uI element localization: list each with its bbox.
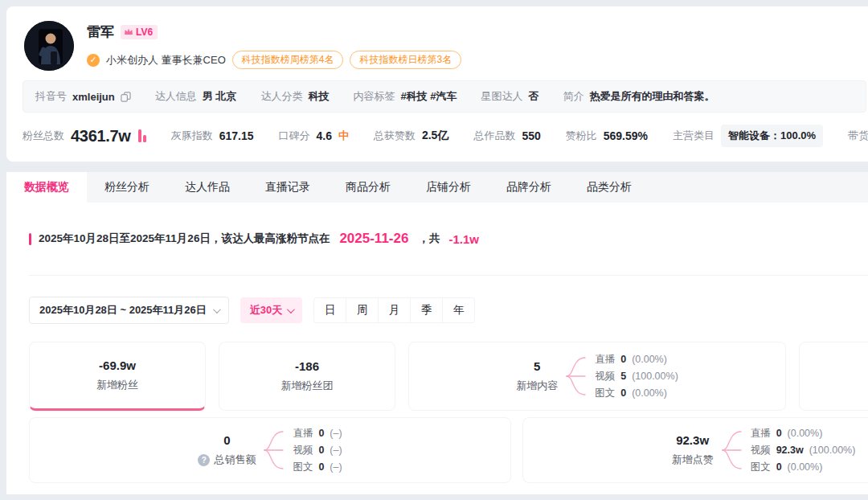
breakdown-live: 直播 0 (0.00%): [751, 427, 856, 441]
stat-total-likes: 总获赞数 2.5亿: [374, 129, 448, 143]
info-label: 内容标签: [353, 89, 395, 104]
help-icon[interactable]: ?: [198, 454, 210, 466]
unit-week[interactable]: 周: [346, 297, 379, 323]
tab-category-analysis[interactable]: 品类分析: [569, 172, 649, 203]
notice-text: 2025年10月28日至2025年11月26日，该达人最高涨粉节点在: [39, 232, 330, 246]
info-label: 达人分类: [260, 89, 302, 104]
breakdown-connector: [722, 424, 743, 476]
breakdown-connector: [566, 350, 587, 402]
stat-label: 口碑分: [278, 129, 309, 143]
stat-label: 总作品数: [473, 129, 515, 143]
metric-card-new-content[interactable]: 5 新增内容 直播 0 (0.00%) 视频 5: [408, 342, 786, 411]
breakdown-percent: (100.00%): [809, 445, 856, 456]
metric-card-cutoff[interactable]: [799, 342, 868, 411]
metric-label: 新增粉丝: [96, 378, 138, 392]
stat-reputation-score: 口碑分 4.6 中: [278, 129, 348, 143]
breakdown-label: 图文: [751, 461, 771, 474]
unit-day[interactable]: 日: [313, 297, 346, 323]
stat-value: 550: [522, 129, 540, 142]
metric-card-new-likes[interactable]: 92.3w 新增点赞 直播 0 (0.00%) 视频 92.3w: [522, 417, 868, 483]
rank-badge-weekly[interactable]: 科技指数榜周榜第4名: [232, 51, 344, 69]
breakdown-video: 视频 92.3w (100.00%): [751, 444, 856, 457]
info-item-content-tags: 内容标签 #科技 #汽车: [353, 89, 457, 104]
info-value: 科技: [308, 89, 329, 104]
breakdown-percent: (0.00%): [788, 428, 823, 439]
profile-name: 雷军: [87, 23, 114, 41]
tab-fan-analysis[interactable]: 粉丝分析: [87, 172, 167, 203]
fork-lines-icon: [566, 350, 587, 402]
avatar-image: [24, 21, 74, 71]
date-range-picker[interactable]: 2025年10月28日 ~ 2025年11月26日: [29, 297, 229, 324]
profile-description: 小米创办人 董事长兼CEO: [106, 53, 226, 68]
unit-year[interactable]: 年: [442, 297, 475, 323]
metric-cards-bottom-row: 0 ? 总销售额 直播 0 (–): [29, 417, 868, 483]
stats-row: 粉丝总数 4361.7w 灰豚指数 617.15 口碑分 4.6 中 总获赞数 …: [6, 113, 868, 162]
metric-cards-top-row: -69.9w 新增粉丝 -186 新增粉丝团 5 新增内容: [29, 342, 868, 411]
date-filter-row: 2025年10月28日 ~ 2025年11月26日 近30天 日 周 月 季 年: [29, 297, 868, 324]
avatar: [24, 21, 74, 71]
stat-value: 2.5亿: [422, 129, 448, 143]
tab-live-records[interactable]: 直播记录: [248, 172, 328, 203]
breakdown-label: 视频: [751, 444, 771, 457]
stat-huitun-index: 灰豚指数 617.15: [171, 129, 254, 143]
info-label: 抖音号: [35, 89, 67, 104]
date-range-value: 2025年10月28日 ~ 2025年11月26日: [39, 303, 207, 318]
info-value: 否: [528, 89, 538, 104]
breakdown-live: 直播 0 (0.00%): [595, 353, 678, 367]
breakdown-live: 直播 0 (–): [293, 427, 342, 441]
info-item-talent-info: 达人信息 男 北京: [155, 89, 237, 104]
unit-quarter[interactable]: 季: [410, 297, 443, 323]
time-unit-group: 日 周 月 季 年: [313, 297, 475, 323]
breakdown-value: 0: [620, 354, 626, 365]
breakdown-video: 视频 5 (100.00%): [595, 370, 678, 383]
tab-shop-analysis[interactable]: 店铺分析: [408, 172, 489, 203]
copy-icon[interactable]: [121, 92, 131, 102]
breakdown-percent: (0.00%): [632, 387, 667, 399]
info-value: 热爱是所有的理由和答案。: [589, 89, 714, 104]
stat-value: 617.15: [219, 129, 254, 142]
analytics-card: 数据概览 粉丝分析 达人作品 直播记录 商品分析 店铺分析 品牌分析 品类分析 …: [6, 172, 868, 494]
breakdown-rows: 直播 0 (0.00%) 视频 5 (100.00%) 图文 0 (0.00%): [595, 353, 678, 400]
breakdown-rows: 直播 0 (0.00%) 视频 92.3w (100.00%) 图文 0 (0.…: [751, 427, 856, 474]
stat-label: 粉丝总数: [23, 129, 64, 143]
info-label: 星图达人: [481, 89, 522, 104]
breakdown-image-text: 图文 0 (0.00%): [595, 387, 678, 400]
breakdown-label: 直播: [751, 427, 771, 441]
info-item-douyin-id: 抖音号 xmleijun: [35, 89, 131, 104]
breakdown-label: 视频: [293, 444, 313, 457]
unit-month[interactable]: 月: [378, 297, 411, 323]
section-divider: [29, 275, 868, 276]
tab-bar: 数据概览 粉丝分析 达人作品 直播记录 商品分析 店铺分析 品牌分析 品类分析: [6, 172, 868, 203]
breakdown-rows: 直播 0 (–) 视频 0 (–) 图文 0 (–): [293, 427, 342, 474]
category-pill[interactable]: 智能设备：100.0%: [721, 125, 823, 147]
breakdown-image-text: 图文 0 (–): [293, 461, 342, 474]
quick-range-last30days[interactable]: 近30天: [240, 297, 302, 323]
notice-mid-text: ，共: [418, 232, 440, 246]
metric-card-new-fan-club[interactable]: -186 新增粉丝团: [219, 342, 395, 411]
stat-main-category: 主营类目 智能设备：100.0%: [673, 125, 823, 147]
peak-fans-notice: 2025年10月28日至2025年11月26日，该达人最高涨粉节点在 2025-…: [29, 231, 868, 247]
stat-total-fans: 粉丝总数 4361.7w: [23, 127, 146, 145]
breakdown-percent: (–): [330, 461, 342, 473]
breakdown-percent: (–): [330, 428, 342, 439]
breakdown-percent: (0.00%): [632, 354, 667, 365]
breakdown-value: 0: [318, 461, 324, 473]
metric-card-total-sales[interactable]: 0 ? 总销售额 直播 0 (–): [29, 417, 511, 483]
metric-value: 0: [198, 433, 256, 447]
info-item-xingtu: 星图达人 否: [481, 89, 538, 104]
fork-lines-icon: [722, 424, 743, 476]
tab-brand-analysis[interactable]: 品牌分析: [489, 172, 569, 203]
stat-value: 4.6: [316, 129, 331, 142]
metric-card-new-fans[interactable]: -69.9w 新增粉丝: [29, 342, 206, 411]
tab-product-analysis[interactable]: 商品分析: [328, 172, 408, 203]
breakdown-image-text: 图文 0 (0.00%): [751, 461, 856, 474]
fans-trend-chart-icon[interactable]: [138, 129, 146, 142]
tab-talent-works[interactable]: 达人作品: [167, 172, 248, 203]
notice-accent-bar: [29, 233, 31, 245]
fork-lines-icon: [264, 424, 285, 476]
tab-data-overview[interactable]: 数据概览: [6, 172, 87, 203]
metric-label: 新增粉丝团: [281, 379, 334, 393]
profile-card: 雷军 LV6 ✓ 小米创办人 董事长兼CEO 科技指数榜周榜第4名 科技指数榜日…: [6, 6, 868, 162]
rank-badge-daily[interactable]: 科技指数榜日榜第3名: [350, 51, 461, 69]
chevron-down-icon: [287, 305, 295, 314]
